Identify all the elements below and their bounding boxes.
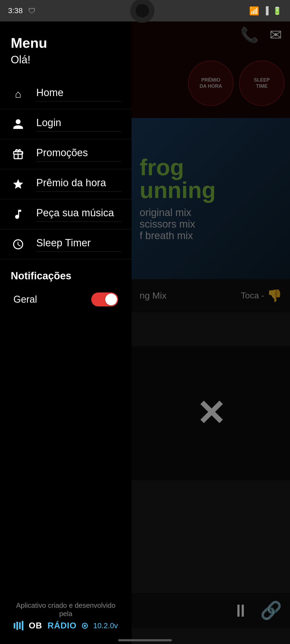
geral-toggle[interactable] <box>91 292 118 306</box>
signal-icon: ▐ <box>263 6 269 15</box>
nav-label-login: Login <box>36 117 121 131</box>
shield-icon: 🛡 <box>28 6 36 15</box>
brand-ob: OB <box>29 621 42 631</box>
footer-brand-row: OB RÁDIO 10.2.0v <box>11 621 121 631</box>
time-display: 3:38 <box>8 6 23 15</box>
footer-created-by: Aplicativo criado e desenvolvido pela <box>11 601 121 618</box>
navigation-drawer: Menu Olá! ⌂ Home Login Promoções <box>0 21 132 644</box>
battery-icon: 🔋 <box>273 6 282 15</box>
status-bar: 3:38 🛡 📶 ▐ 🔋 <box>0 0 290 21</box>
star-icon <box>11 177 26 192</box>
clock-icon <box>11 237 26 252</box>
nav-label-home: Home <box>36 87 121 101</box>
login-icon <box>11 117 26 131</box>
nav-label-promocoes: Promoções <box>36 147 121 162</box>
equalizer-icon <box>14 621 23 630</box>
status-bar-left: 3:38 🛡 <box>8 6 36 15</box>
nav-item-login[interactable]: Login <box>0 109 132 139</box>
notification-geral-label: Geral <box>13 294 37 305</box>
home-icon: ⌂ <box>11 87 26 101</box>
toggle-track <box>91 292 118 306</box>
nav-label-sleep: Sleep Timer <box>36 237 121 252</box>
drawer-navigation: ⌂ Home Login Promoções <box>0 79 132 593</box>
gift-icon <box>11 147 26 162</box>
brand-radio: RÁDIO <box>48 621 77 631</box>
nav-item-sleep[interactable]: Sleep Timer <box>0 229 132 259</box>
nav-item-promocoes[interactable]: Promoções <box>0 139 132 169</box>
drawer-overlay[interactable] <box>132 21 290 644</box>
notification-geral-row: Geral <box>0 287 132 312</box>
nav-item-musica[interactable]: Peça sua música <box>0 199 132 229</box>
nav-item-premio[interactable]: Prêmio da hora <box>0 169 132 199</box>
status-bar-right: 📶 ▐ 🔋 <box>249 6 282 16</box>
footer-version: 10.2.0v <box>93 621 118 630</box>
home-indicator <box>118 639 172 641</box>
drawer-greeting: Olá! <box>11 54 121 66</box>
drawer-header: Menu Olá! <box>0 21 132 79</box>
music-icon <box>11 207 26 222</box>
brand-circle-icon <box>82 623 88 629</box>
toggle-thumb <box>105 294 117 305</box>
drawer-footer: Aplicativo criado e desenvolvido pela OB… <box>0 593 132 644</box>
notifications-section-title: Notificações <box>0 259 132 287</box>
nav-label-musica: Peça sua música <box>36 207 121 222</box>
drawer-title: Menu <box>11 35 121 51</box>
wifi-icon: 📶 <box>249 6 259 16</box>
nav-item-home[interactable]: ⌂ Home <box>0 79 132 109</box>
nav-label-premio: Prêmio da hora <box>36 177 121 192</box>
